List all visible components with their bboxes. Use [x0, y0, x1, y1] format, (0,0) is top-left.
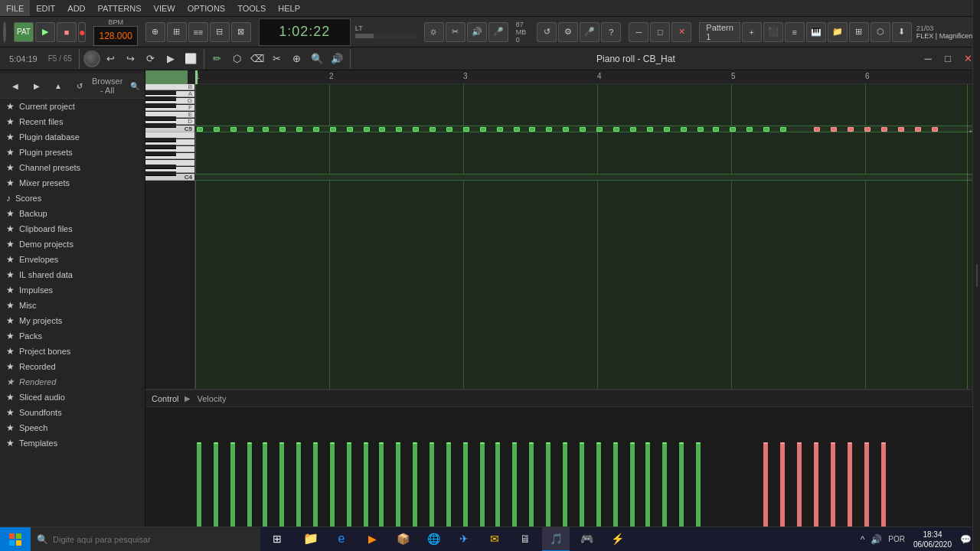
minimize-btn[interactable]: ─ — [629, 22, 648, 42]
sidebar-search[interactable]: 🔍 — [126, 77, 144, 95]
plugin-picker[interactable]: ⚙ — [558, 22, 578, 42]
search-input[interactable] — [53, 535, 254, 544]
key-db5[interactable] — [145, 123, 176, 128]
notification-icon[interactable]: 💬 — [958, 534, 974, 545]
taskbar-app5[interactable]: 🌐 — [420, 527, 447, 552]
pattern-add[interactable]: + — [742, 22, 762, 42]
pattern-selector[interactable]: Pattern 1 — [699, 22, 740, 42]
speaker-icon[interactable]: 🔊 — [868, 534, 884, 545]
note-12[interactable] — [379, 127, 385, 132]
sidebar-item-envelopes[interactable]: ★ Envelopes — [0, 252, 145, 267]
plugin-btn2[interactable]: ⬡ — [871, 22, 890, 42]
key-gb5[interactable] — [145, 103, 176, 108]
note-15[interactable] — [430, 127, 436, 132]
menu-patterns[interactable]: PATTERNS — [92, 0, 148, 16]
start-button[interactable] — [0, 527, 31, 552]
note-40[interactable] — [864, 127, 871, 132]
key-eb4[interactable] — [145, 165, 176, 169]
note-44[interactable] — [932, 127, 938, 132]
sidebar-forward[interactable]: ▶ — [28, 77, 46, 95]
note-19[interactable] — [497, 127, 503, 132]
tb-icon4[interactable]: ⊟ — [210, 22, 230, 42]
note-31[interactable] — [697, 127, 704, 132]
sidebar-item-soundfonts[interactable]: ★ Soundfonts — [0, 405, 145, 420]
note-17[interactable] — [463, 127, 469, 132]
note-24[interactable] — [580, 127, 586, 132]
t2-icon1[interactable]: ▶ — [162, 50, 180, 68]
bpm-display[interactable]: 128.000 — [93, 26, 137, 46]
key-b5[interactable]: B — [145, 84, 194, 90]
tb-icon2[interactable]: ⊞ — [167, 22, 187, 42]
arrange-btn[interactable]: ⊞ — [849, 22, 869, 42]
download-btn[interactable]: ⬇ — [892, 22, 912, 42]
note-20[interactable] — [514, 127, 520, 132]
note-9[interactable] — [330, 127, 336, 132]
sidebar-item-templates[interactable]: ★ Templates — [0, 435, 145, 451]
master-volume-knob[interactable] — [3, 21, 6, 43]
pattern-block[interactable] — [145, 70, 188, 84]
draw-tool[interactable]: ✏ — [208, 50, 227, 68]
key-bb5[interactable] — [145, 90, 176, 95]
key-gb4[interactable] — [145, 152, 176, 156]
taskbar-edge[interactable]: e — [328, 527, 355, 552]
sidebar-item-impulses[interactable]: ★ Impulses — [0, 282, 145, 298]
roll-resize-handle[interactable] — [972, 84, 980, 389]
note-30[interactable] — [681, 127, 687, 132]
note-28[interactable] — [647, 127, 653, 132]
note-5[interactable] — [263, 127, 269, 132]
note-7[interactable] — [296, 127, 302, 132]
select-tool[interactable]: ⬡ — [228, 50, 247, 68]
menu-add[interactable]: ADD — [61, 0, 91, 16]
channel-btn[interactable]: ≡ — [785, 22, 805, 42]
note-3[interactable] — [230, 127, 237, 132]
sidebar-item-packs[interactable]: ★ Packs — [0, 328, 145, 344]
note-8[interactable] — [313, 127, 319, 132]
note-21[interactable] — [529, 127, 535, 132]
menu-tools[interactable]: TOOLS — [231, 0, 272, 16]
note-25[interactable] — [596, 127, 603, 132]
note-37[interactable] — [814, 127, 820, 132]
stop-btn[interactable]: ■ — [57, 22, 77, 42]
note-6[interactable] — [279, 127, 286, 132]
task-view-btn[interactable]: ⊞ — [263, 527, 291, 552]
tb-icon7[interactable]: ✂ — [446, 22, 466, 42]
sidebar-item-speech[interactable]: ★ Speech — [0, 420, 145, 435]
sidebar-item-recent-files[interactable]: ★ Recent files — [0, 114, 145, 129]
sidebar-item-backup[interactable]: ★ Backup — [0, 206, 145, 221]
battery-icon[interactable]: POR — [886, 535, 907, 543]
note-41[interactable] — [881, 127, 887, 132]
note-29[interactable] — [664, 127, 670, 132]
pat-btn[interactable]: PAT — [14, 22, 34, 42]
taskbar-app6[interactable]: ✈ — [450, 527, 478, 552]
taskbar-app8[interactable]: 🖥 — [511, 527, 539, 552]
note-14[interactable] — [413, 127, 419, 132]
velocity-label[interactable]: Velocity — [197, 394, 226, 403]
sidebar-item-rendered[interactable]: ★ Rendered — [0, 374, 145, 390]
note-33[interactable] — [730, 127, 736, 132]
tb-icon3[interactable]: ≡≡ — [188, 22, 208, 42]
key-eb5[interactable] — [145, 116, 176, 121]
note-39[interactable] — [848, 127, 854, 132]
menu-options[interactable]: OPTIONS — [181, 0, 232, 16]
note-22[interactable] — [546, 127, 552, 132]
note-11[interactable] — [364, 127, 370, 132]
note-4[interactable] — [247, 127, 253, 132]
t2-icon2[interactable]: ⬜ — [181, 50, 200, 68]
taskbar-file-explorer[interactable]: 📁 — [297, 527, 325, 552]
velocity-area[interactable] — [145, 407, 980, 527]
sidebar-item-misc[interactable]: ★ Misc — [0, 298, 145, 313]
taskbar-app3[interactable]: ▶ — [358, 527, 386, 552]
note-10[interactable] — [347, 127, 353, 132]
t2-icon4[interactable]: 🔍 — [308, 50, 326, 68]
sidebar-item-current-project[interactable]: ★ Current project — [0, 99, 145, 114]
piano-btn[interactable]: 🎹 — [806, 22, 826, 42]
sidebar-item-project-bones[interactable]: ★ Project bones — [0, 344, 145, 359]
note-35[interactable] — [763, 127, 769, 132]
taskbar-app10[interactable]: 🎮 — [573, 527, 600, 552]
mixer-btn[interactable]: ⬛ — [763, 22, 783, 42]
note-36[interactable] — [780, 127, 786, 132]
key-bb4[interactable] — [145, 138, 176, 142]
sidebar-item-sliced-audio[interactable]: ★ Sliced audio — [0, 390, 145, 405]
menu-help[interactable]: HELP — [272, 0, 306, 16]
notes-area[interactable]: ↔ — [195, 84, 980, 389]
